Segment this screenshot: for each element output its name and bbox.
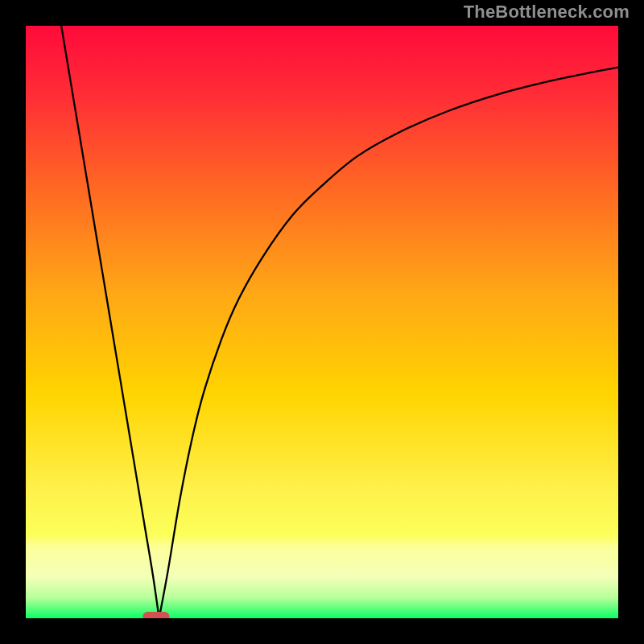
gradient-background: [26, 26, 618, 618]
chart-svg: [26, 26, 618, 618]
valley-marker-shape: [142, 612, 169, 618]
plot-area: [26, 26, 618, 618]
valley-marker: [142, 612, 169, 618]
chart-outer-frame: TheBottleneck.com: [0, 0, 644, 644]
watermark-label: TheBottleneck.com: [464, 2, 630, 23]
